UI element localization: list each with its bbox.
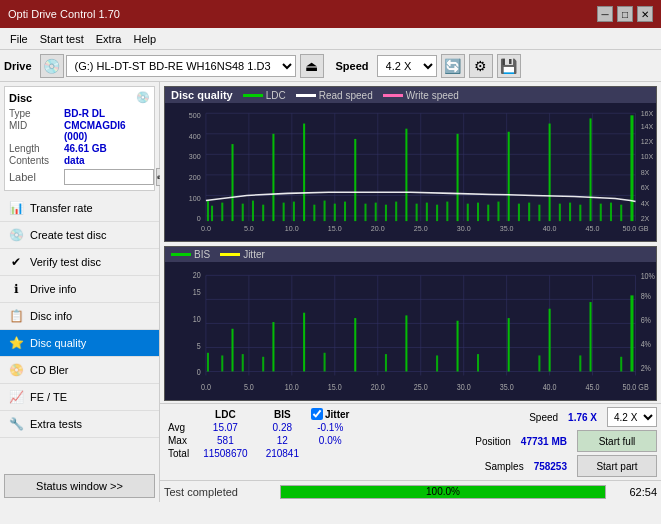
start-full-button[interactable]: Start full [577,430,657,452]
speed-selector[interactable]: 4.2 X [377,55,437,77]
nav-create-test-disc[interactable]: 💿 Create test disc [0,222,159,249]
svg-text:8%: 8% [641,290,652,301]
avg-jitter: -0.1% [307,421,353,434]
svg-text:15: 15 [193,286,201,297]
disc-info-icon: 📋 [8,308,24,324]
nav-verify-test-disc[interactable]: ✔ Verify test disc [0,249,159,276]
nav-items: 📊 Transfer rate 💿 Create test disc ✔ Ver… [0,195,159,470]
nav-create-test-disc-label: Create test disc [30,229,106,241]
svg-rect-51 [538,205,540,221]
svg-rect-22 [242,204,244,221]
jitter-checkbox[interactable] [311,408,323,420]
svg-text:5: 5 [197,339,201,350]
svg-rect-117 [508,318,510,371]
type-label: Type [9,108,64,119]
menu-start-test[interactable]: Start test [34,31,90,47]
svg-rect-57 [600,204,602,221]
disc-panel: Disc 💿 Type BD-R DL MID CMCMAGDI6 (000) … [4,86,155,191]
speed-select[interactable]: 4.2 X [607,407,657,427]
nav-drive-info[interactable]: ℹ Drive info [0,276,159,303]
eject-button[interactable]: ⏏ [300,54,324,78]
bis-legend-color [171,253,191,256]
svg-text:10X: 10X [641,153,654,161]
total-bis: 210841 [258,447,307,460]
settings-button[interactable]: ⚙ [469,54,493,78]
svg-text:4%: 4% [641,338,652,349]
svg-rect-41 [436,205,438,221]
close-button[interactable]: ✕ [637,6,653,22]
svg-rect-47 [497,202,499,222]
svg-text:8X: 8X [641,169,650,177]
svg-text:0.0: 0.0 [201,225,211,233]
progress-section: Test completed 100.0% 62:54 [160,480,661,502]
disc-panel-icon: 💿 [136,91,150,104]
svg-text:25.0: 25.0 [414,225,428,233]
ldc-legend-label: LDC [266,90,286,101]
nav-disc-quality[interactable]: ⭐ Disc quality [0,330,159,357]
svg-text:10.0: 10.0 [285,225,299,233]
svg-rect-38 [405,129,407,221]
drive-icon: 💿 [40,54,64,78]
minimize-button[interactable]: ─ [597,6,613,22]
svg-text:15.0: 15.0 [328,381,342,392]
svg-rect-111 [354,318,356,371]
chart1-title: Disc quality [171,89,233,101]
svg-rect-109 [303,312,305,371]
nav-extra-tests[interactable]: 🔧 Extra tests [0,411,159,438]
legend-read-speed: Read speed [296,90,373,101]
legend-write-speed: Write speed [383,90,459,101]
col-header-jitter: Jitter [307,407,353,421]
avg-label: Avg [164,421,193,434]
svg-rect-25 [272,134,274,221]
label-input[interactable] [64,169,154,185]
svg-text:35.0: 35.0 [500,381,514,392]
status-window-button[interactable]: Status window >> [4,474,155,498]
position-label: Position [475,436,511,447]
nav-fe-te[interactable]: 📈 FE / TE [0,384,159,411]
menu-extra[interactable]: Extra [90,31,128,47]
svg-text:200: 200 [189,174,201,182]
speed-label: Speed [336,60,369,72]
samples-row: Samples 758253 Start part [485,455,657,477]
label-label: Label [9,171,64,183]
maximize-button[interactable]: □ [617,6,633,22]
svg-rect-23 [252,201,254,222]
total-label: Total [164,447,193,460]
menu-file[interactable]: File [4,31,34,47]
svg-rect-121 [590,302,592,371]
svg-text:40.0: 40.0 [543,225,557,233]
nav-cd-bler[interactable]: 📀 CD Bler [0,357,159,384]
nav-fe-te-label: FE / TE [30,391,67,403]
menu-bar: File Start test Extra Help [0,28,661,50]
svg-text:2%: 2% [641,362,652,373]
svg-rect-108 [272,322,274,371]
start-part-button[interactable]: Start part [577,455,657,477]
save-button[interactable]: 💾 [497,54,521,78]
svg-text:100: 100 [189,195,201,203]
svg-rect-20 [221,203,223,221]
title-bar: Opti Drive Control 1.70 ─ □ ✕ [0,0,661,28]
svg-text:0.0: 0.0 [201,381,211,392]
svg-rect-45 [477,203,479,221]
svg-rect-35 [375,203,377,221]
nav-disc-info[interactable]: 📋 Disc info [0,303,159,330]
max-jitter: 0.0% [307,434,353,447]
toolbar: Drive 💿 (G:) HL-DT-ST BD-RE WH16NS48 1.D… [0,50,661,82]
svg-rect-49 [518,204,520,221]
svg-text:30.0: 30.0 [457,381,471,392]
svg-rect-104 [221,355,223,371]
total-ldc: 11508670 [193,447,258,460]
mid-label: MID [9,120,64,142]
svg-rect-58 [610,203,612,221]
menu-help[interactable]: Help [127,31,162,47]
data-stats-section: LDC BIS Jitter Avg 15.07 0.28 -0.1% [160,403,661,480]
bis-legend-label: BIS [194,249,210,260]
refresh-button[interactable]: 🔄 [441,54,465,78]
svg-rect-0 [165,103,656,237]
svg-rect-118 [538,355,540,371]
drive-selector[interactable]: (G:) HL-DT-ST BD-RE WH16NS48 1.D3 [66,55,296,77]
svg-rect-39 [416,204,418,221]
svg-rect-18 [207,201,209,222]
write-speed-legend-color [383,94,403,97]
nav-transfer-rate[interactable]: 📊 Transfer rate [0,195,159,222]
